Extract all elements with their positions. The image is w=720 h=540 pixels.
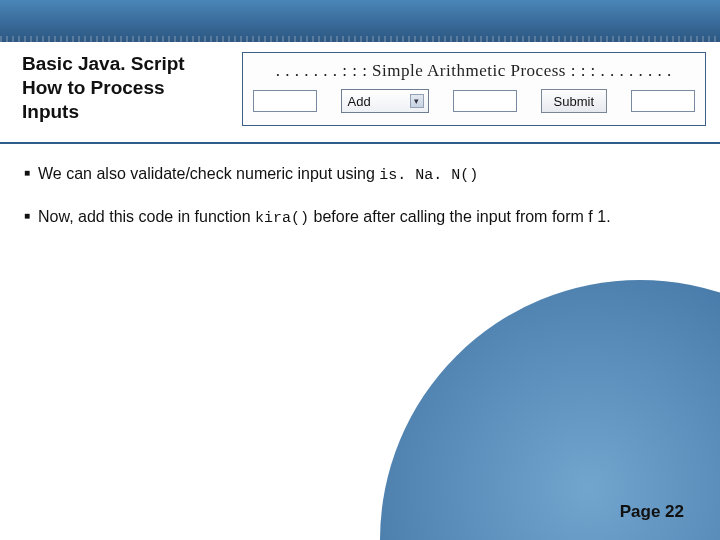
operand-a-input[interactable]	[253, 90, 317, 112]
header-row: Basic Java. Script How to Process Inputs…	[0, 42, 720, 136]
form-controls-row: Add ▾ Submit	[253, 89, 695, 113]
bullet-1: ■ We can also validate/check numeric inp…	[24, 162, 696, 187]
bullet-1-pre: We can also validate/check numeric input…	[38, 165, 379, 182]
slide-body: ■ We can also validate/check numeric inp…	[0, 144, 720, 230]
bullet-square-icon: ■	[24, 205, 30, 230]
arithmetic-form-panel: . . . . . . . : : : Simple Arithmetic Pr…	[242, 52, 706, 126]
top-gradient-band	[0, 0, 720, 42]
operation-select[interactable]: Add ▾	[341, 89, 429, 113]
bullet-2-pre: Now, add this code in function	[38, 208, 255, 225]
bullet-2: ■ Now, add this code in function kira() …	[24, 205, 696, 230]
title-line-2: How to Process Inputs	[22, 77, 165, 122]
operation-select-value: Add	[348, 94, 371, 109]
bullet-2-post: before after calling the input from form…	[309, 208, 610, 225]
operand-b-input[interactable]	[453, 90, 517, 112]
submit-button[interactable]: Submit	[541, 89, 607, 113]
result-input[interactable]	[631, 90, 695, 112]
bullet-2-text: Now, add this code in function kira() be…	[38, 205, 611, 230]
title-line-1: Basic Java. Script	[22, 53, 185, 74]
slide-title: Basic Java. Script How to Process Inputs	[22, 52, 224, 123]
form-caption: . . . . . . . : : : Simple Arithmetic Pr…	[276, 61, 672, 81]
title-block: Basic Java. Script How to Process Inputs	[22, 52, 224, 123]
bullet-1-text: We can also validate/check numeric input…	[38, 162, 478, 187]
chevron-down-icon: ▾	[410, 94, 424, 108]
bullet-1-code: is. Na. N()	[379, 167, 478, 184]
bullet-2-code: kira()	[255, 210, 309, 227]
decorative-corner-arc	[380, 280, 720, 540]
page-number: Page 22	[620, 502, 684, 522]
bullet-square-icon: ■	[24, 162, 30, 187]
